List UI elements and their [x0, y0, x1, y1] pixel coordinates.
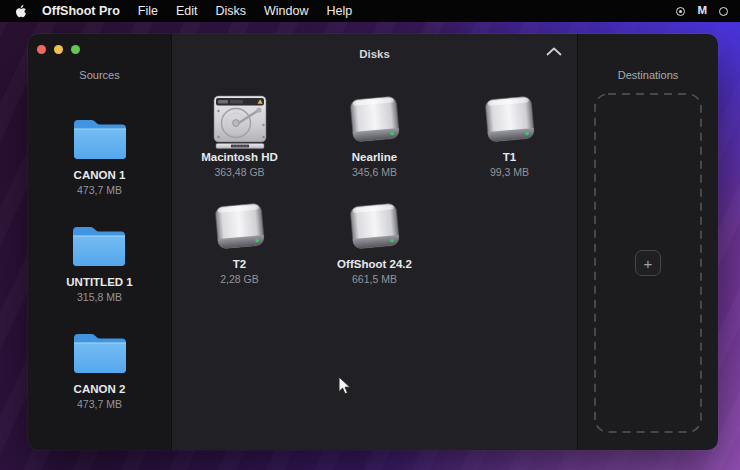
disk-grid: Macintosh HD 363,48 GB Nearline 345,6 MB… [172, 81, 577, 295]
internal-drive-icon [209, 95, 271, 149]
disks-header: Disks [172, 34, 577, 74]
disks-title: Disks [359, 47, 390, 74]
m-app-icon[interactable]: M [697, 5, 707, 17]
chevron-up-icon [546, 47, 562, 56]
source-item-canon-1[interactable]: CANON 1 473,7 MB [71, 115, 129, 196]
external-drive-icon [344, 202, 406, 256]
source-item-untitled-1[interactable]: UNTITLED 1 315,8 MB [66, 222, 132, 303]
external-drive-icon [479, 95, 541, 149]
disk-item-t1[interactable]: T1 99,3 MB [442, 81, 577, 188]
apple-menu[interactable] [13, 3, 27, 19]
menu-item-help[interactable]: Help [327, 4, 353, 18]
source-item-canon-2[interactable]: CANON 2 473,7 MB [71, 329, 129, 410]
disks-panel: Disks Macintosh HD 363,48 GB Nearline 34… [171, 34, 578, 450]
app-menu-name[interactable]: OffShoot Pro [42, 4, 120, 18]
disk-name: Macintosh HD [201, 151, 278, 163]
disk-item-t2[interactable]: T2 2,28 GB [172, 188, 307, 295]
disk-size: 2,28 GB [220, 273, 259, 285]
menu-bar: OffShoot Pro File Edit Disks Window Help… [0, 0, 740, 22]
source-name: UNTITLED 1 [66, 276, 132, 288]
source-name: CANON 2 [74, 383, 126, 395]
menu-list: File Edit Disks Window Help [138, 4, 352, 18]
menu-item-disks[interactable]: Disks [215, 4, 246, 18]
menu-bar-status-area: M [676, 5, 728, 17]
record-dot-icon[interactable] [676, 7, 685, 16]
folder-icon [70, 222, 128, 270]
folder-icon [71, 115, 129, 163]
destinations-dropzone[interactable]: + [594, 93, 702, 433]
disk-size: 661,5 MB [352, 273, 397, 285]
folder-icon [71, 329, 129, 377]
minimize-button[interactable] [54, 45, 63, 54]
disk-size: 363,48 GB [214, 166, 264, 178]
menu-item-file[interactable]: File [138, 4, 158, 18]
disk-name: T2 [233, 258, 246, 270]
source-name: CANON 1 [74, 169, 126, 181]
external-drive-icon [344, 95, 406, 149]
offshoot-window: Sources CANON 1 473,7 MB UNTITLED 1 315,… [28, 34, 718, 450]
disk-item-macintosh-hd[interactable]: Macintosh HD 363,48 GB [172, 81, 307, 188]
disk-name: Nearline [352, 151, 397, 163]
disk-size: 345,6 MB [352, 166, 397, 178]
menu-item-window[interactable]: Window [264, 4, 308, 18]
apple-icon [13, 3, 27, 19]
menu-item-edit[interactable]: Edit [176, 4, 198, 18]
dashed-border [594, 93, 702, 433]
collapse-disks-button[interactable] [545, 43, 563, 59]
source-list: CANON 1 473,7 MB UNTITLED 1 315,8 MB CAN… [28, 115, 171, 410]
destinations-title: Destinations [618, 67, 679, 83]
disk-name: OffShoot 24.2 [337, 258, 412, 270]
source-size: 473,7 MB [77, 184, 122, 196]
disk-name: T1 [503, 151, 516, 163]
source-size: 315,8 MB [77, 291, 122, 303]
disk-item-nearline[interactable]: Nearline 345,6 MB [307, 81, 442, 188]
external-drive-icon [209, 202, 271, 256]
close-button[interactable] [37, 45, 46, 54]
source-size: 473,7 MB [77, 398, 122, 410]
disk-size: 99,3 MB [490, 166, 529, 178]
desktop: OffShoot Pro File Edit Disks Window Help… [0, 0, 740, 470]
ring-icon[interactable] [719, 7, 728, 16]
sources-title: Sources [28, 67, 171, 83]
sources-panel: Sources CANON 1 473,7 MB UNTITLED 1 315,… [28, 34, 171, 450]
disk-item-offshoot-24-2[interactable]: OffShoot 24.2 661,5 MB [307, 188, 442, 295]
destinations-panel: Destinations + [578, 34, 718, 450]
traffic-lights [37, 45, 80, 54]
zoom-button[interactable] [71, 45, 80, 54]
